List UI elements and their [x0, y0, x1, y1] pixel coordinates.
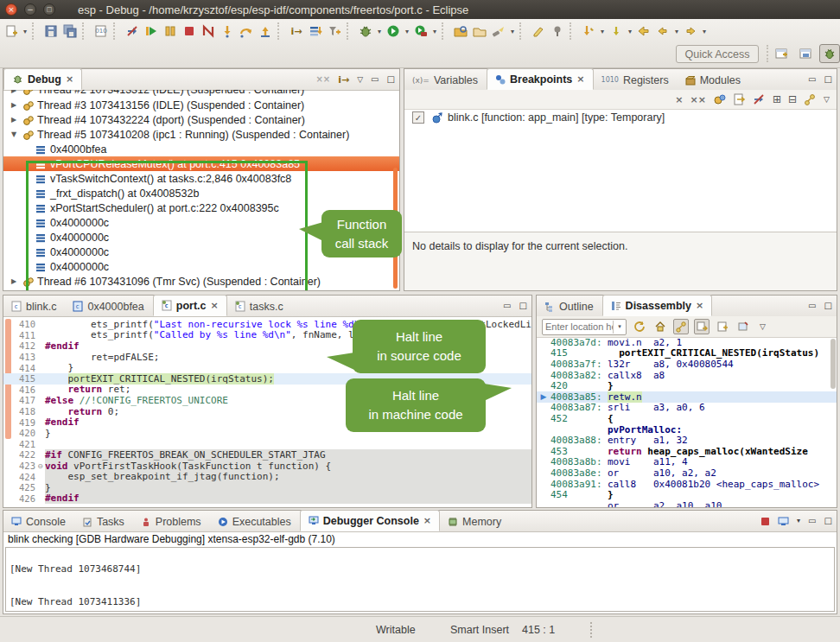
code-line[interactable]: 425} [3, 482, 531, 493]
tab-0x4000bfea[interactable]: c 0x4000bfea [65, 296, 152, 316]
maximize-icon[interactable]: □ [824, 302, 832, 310]
save-all-button[interactable] [60, 22, 80, 41]
console-dropdown-icon[interactable]: ▾ [797, 518, 800, 524]
tab-registers[interactable]: 1010 Registers [594, 70, 678, 90]
use-step-filters-button[interactable] [325, 22, 344, 41]
forward-dropdown[interactable]: ▾ [700, 22, 709, 41]
run-dropdown[interactable]: ▾ [403, 22, 411, 41]
tab-problems[interactable]: Problems [133, 512, 210, 531]
minimize-icon[interactable]: ▭ [808, 302, 816, 310]
mark-occurrences-button[interactable] [529, 22, 548, 41]
disasm-source-line[interactable]: 454} [537, 489, 837, 500]
console-output[interactable]: [New Thread 1073468744] [New Thread 1073… [5, 547, 835, 612]
disasm-line[interactable]: 40083a7d:movi.n a2, 1 [537, 337, 837, 348]
resume-button[interactable] [142, 22, 161, 41]
thread-row[interactable]: ▶ Thread #6 1073431096 (Tmr Svc) (Suspen… [3, 274, 399, 289]
disconnect-button[interactable] [199, 22, 218, 41]
tab-console[interactable]: Console [3, 512, 74, 531]
forward-button[interactable] [681, 22, 700, 41]
tab-outline[interactable]: Outline [537, 296, 602, 316]
tab-debugger-console[interactable]: Debugger Console × [300, 510, 440, 531]
next-annotation-button[interactable] [607, 22, 626, 41]
home-icon[interactable] [652, 319, 668, 334]
location-combo[interactable]: ▾ [542, 319, 627, 335]
run-button[interactable] [384, 22, 403, 41]
maximize-icon[interactable]: □ [519, 302, 527, 310]
search-dropdown[interactable]: ▾ [508, 22, 517, 41]
debug-perspective-button[interactable] [819, 44, 840, 63]
location-dropdown-icon[interactable]: ▾ [613, 321, 626, 334]
close-icon[interactable]: × [66, 73, 73, 85]
code-line[interactable]: 422#if CONFIG_FREERTOS_BREAK_ON_SCHEDULE… [3, 449, 531, 461]
minimize-icon[interactable]: ▭ [371, 75, 379, 84]
disasm-line[interactable]: 40083a7f:l32r a8, 0x40080544 [537, 359, 837, 370]
drop-to-frame-button[interactable] [306, 22, 325, 41]
remove-breakpoint-icon[interactable]: × [675, 94, 683, 105]
display-selected-console-icon[interactable] [778, 517, 789, 526]
debug-dropdown[interactable]: ▾ [375, 22, 384, 41]
close-icon[interactable]: × [696, 300, 703, 311]
disasm-source-line[interactable]: 452{ [537, 413, 837, 424]
disasm-line[interactable]: 40083a8b:movi a11, 4 [537, 457, 837, 468]
disasm-source-line[interactable]: 453return heap_caps_malloc(xWantedSize [537, 446, 837, 457]
disasm-line[interactable]: 40083a91:call8 0x40081b20 <heap_caps_mal… [537, 479, 837, 490]
window-close-button[interactable]: × [5, 3, 17, 16]
goto-file-for-breakpoint-icon[interactable] [733, 93, 746, 105]
disasm-line[interactable]: 40083a8e:or a10, a2, a2 [537, 467, 837, 479]
open-perspective-button[interactable] [771, 44, 792, 63]
tab-variables[interactable]: (x)= Variables [404, 70, 487, 90]
search-button[interactable] [489, 22, 508, 41]
thread-row-expanded[interactable]: ▼ Thread #5 1073410208 (ipc1 : Running) … [3, 127, 399, 142]
view-menu-icon[interactable]: ▽ [760, 323, 766, 331]
disasm-line[interactable]: 40083a87:srli a3, a0, 6 [537, 403, 837, 414]
code-line[interactable]: 424 esp_set_breakpoint_if_jtag(function)… [3, 471, 531, 482]
close-icon[interactable]: × [211, 300, 219, 311]
skip-all-breakpoints-icon[interactable] [753, 93, 766, 105]
remove-terminated-icon[interactable]: ×× [315, 75, 330, 84]
last-edit-location-button[interactable] [579, 22, 598, 41]
step-into-button[interactable] [218, 22, 237, 41]
show-supported-breakpoints-icon[interactable] [713, 93, 726, 105]
minimize-icon[interactable]: ▭ [808, 75, 816, 84]
stack-frame-row[interactable]: 0x4000000c [3, 259, 399, 274]
view-menu-icon[interactable]: ▽ [357, 76, 363, 84]
thread-row[interactable]: ▶ Thread #4 1073432224 (dport) (Suspende… [3, 112, 399, 127]
save-button[interactable] [41, 22, 60, 41]
remove-all-breakpoints-icon[interactable]: ×× [690, 94, 706, 105]
thread-row[interactable]: ▶ Thread #3 1073413156 (IDLE) (Suspended… [3, 98, 399, 112]
disasm-halt-line[interactable]: ▶40083a85:retw.n [537, 391, 837, 403]
tab-modules[interactable]: Modules [678, 70, 749, 90]
close-icon[interactable]: × [576, 73, 584, 85]
suspend-button[interactable] [161, 22, 180, 41]
breakpoint-item-row[interactable]: ✓ blink.c [function: app_main] [type: Te… [404, 110, 837, 125]
disasm-label-line[interactable]: pvPortMalloc: [537, 424, 837, 435]
window-maximize-button[interactable]: □ [43, 3, 55, 16]
fold-minus-icon[interactable]: ⊖ [35, 462, 45, 470]
disasm-source-line[interactable]: 420} [537, 380, 837, 391]
instruction-stepping-button[interactable]: i→ [287, 22, 306, 41]
view-menu-icon[interactable]: ▽ [824, 96, 830, 104]
stack-frame-row[interactable]: _frxt_dispatch() at 0x4008532b [3, 186, 399, 200]
tab-executables[interactable]: Executables [210, 512, 300, 531]
maximize-icon[interactable]: □ [387, 75, 395, 84]
close-icon[interactable]: × [423, 515, 431, 526]
tab-breakpoints[interactable]: Breakpoints × [487, 68, 593, 90]
disassembly-scrollbar[interactable] [830, 339, 836, 389]
window-minimize-button[interactable]: − [24, 3, 36, 16]
maximize-icon[interactable]: □ [824, 75, 832, 84]
back-history-button[interactable] [653, 22, 672, 41]
tab-disassembly[interactable]: Disassembly × [602, 295, 713, 316]
tab-tasks-c[interactable]: c tasks.c [227, 296, 292, 316]
code-line[interactable]: 421 [3, 439, 531, 450]
tab-memory[interactable]: Memory [440, 512, 510, 531]
disasm-line[interactable]: or a2, a10, a10 [537, 500, 837, 507]
new-button[interactable] [2, 22, 21, 41]
new-disassembly-view-icon[interactable] [715, 319, 730, 334]
last-edit-dropdown[interactable]: ▾ [598, 22, 607, 41]
clipped-thread-row[interactable]: ▶ Thread #2 1073413312 (IDLE) (Suspended… [3, 90, 399, 98]
external-tools-dropdown[interactable]: ▾ [430, 22, 439, 41]
skip-all-breakpoints-button[interactable] [123, 22, 142, 41]
show-source-toggle[interactable] [673, 319, 689, 334]
code-line[interactable]: 423⊖void vPortFirstTaskHook(TaskFunction… [3, 461, 531, 472]
sync-with-active-context-toggle[interactable] [694, 319, 710, 334]
